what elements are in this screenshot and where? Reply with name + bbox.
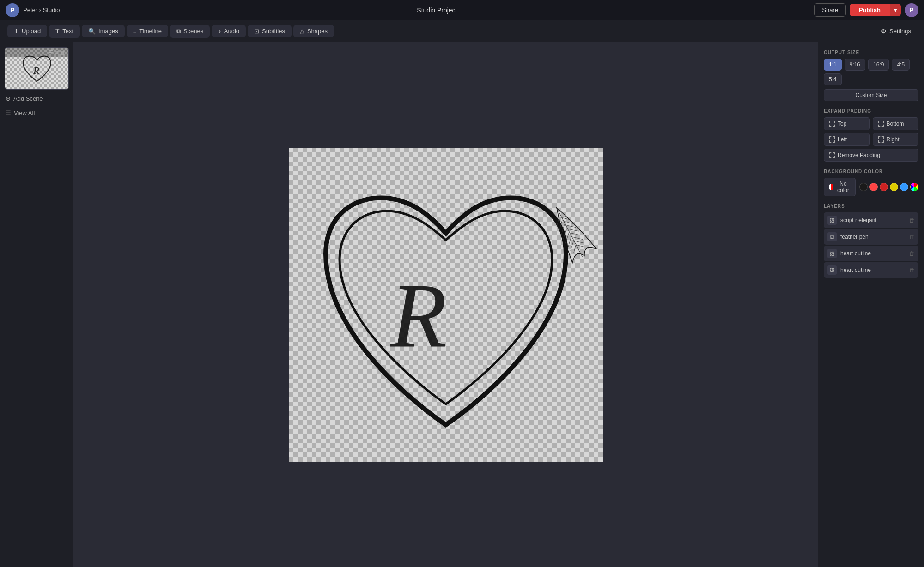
- left-padding-button[interactable]: Left: [824, 133, 870, 146]
- right-padding-button[interactable]: Right: [873, 133, 919, 146]
- images-button[interactable]: 🔍 Images: [82, 25, 125, 37]
- breadcrumb-user-link[interactable]: Peter: [23, 6, 37, 13]
- project-title: Studio Project: [66, 6, 809, 14]
- top-bar-actions: Share Publish ▾ P: [814, 3, 918, 17]
- layer-name-script-r: script r elegant: [840, 217, 906, 223]
- svg-text:R: R: [389, 264, 447, 366]
- layers-section: LAYERS 🖼 script r elegant 🗑 🖼 feather pe…: [824, 204, 918, 278]
- size-btn-9-16[interactable]: 9:16: [845, 59, 865, 71]
- layer-thumb-heart-outline-1: 🖼: [827, 249, 837, 258]
- layer-thumb-heart-outline-2: 🖼: [827, 265, 837, 275]
- layer-item-heart-outline-1[interactable]: 🖼 heart outline 🗑: [824, 246, 918, 261]
- layers-label: LAYERS: [824, 204, 918, 209]
- share-button[interactable]: Share: [814, 3, 846, 17]
- user-menu-avatar[interactable]: P: [905, 3, 918, 17]
- svg-line-17: [576, 241, 585, 250]
- toolbar: ⬆ Upload 𝐓 Text 🔍 Images ≡ Timeline ⧉ Sc…: [0, 20, 924, 42]
- svg-line-1: [555, 208, 584, 257]
- swatch-blue[interactable]: [900, 183, 908, 191]
- size-buttons-group: 1:1 9:16 16:9 4:5 5:4: [824, 59, 918, 85]
- text-button[interactable]: 𝐓 Text: [49, 25, 80, 38]
- breadcrumb-area: P Peter › Studio: [6, 3, 60, 17]
- main-area: ☰ ⧉ 🗑 R ⊕ Add Scene ☰ View All: [0, 42, 924, 567]
- layer-delete-feather-pen[interactable]: 🗑: [909, 234, 915, 240]
- scene-copy-icon[interactable]: ⧉: [55, 49, 59, 55]
- size-btn-4-5[interactable]: 4:5: [892, 59, 910, 71]
- remove-padding-button[interactable]: Remove Padding: [824, 149, 918, 162]
- no-color-button[interactable]: No color: [824, 178, 856, 196]
- layer-item-heart-outline-2[interactable]: 🖼 heart outline 🗑: [824, 262, 918, 278]
- remove-padding-icon: [829, 152, 835, 158]
- no-color-icon: [829, 184, 833, 190]
- swatch-black[interactable]: [859, 183, 868, 191]
- swatch-yellow[interactable]: [890, 183, 898, 191]
- expand-padding-label: EXPAND PADDING: [824, 109, 918, 114]
- timeline-icon: ≡: [133, 28, 137, 35]
- scene-thumbnail[interactable]: ☰ ⧉ 🗑 R: [5, 47, 69, 90]
- subtitles-button[interactable]: ⊡ Subtitles: [248, 25, 292, 37]
- audio-button[interactable]: ♪ Audio: [212, 25, 246, 37]
- swatch-dark-red[interactable]: [880, 183, 888, 191]
- left-sidebar: ☰ ⧉ 🗑 R ⊕ Add Scene ☰ View All: [0, 42, 74, 567]
- settings-icon: ⚙: [881, 28, 887, 35]
- top-bar: P Peter › Studio Studio Project Share Pu…: [0, 0, 924, 20]
- canvas-area: R: [74, 42, 818, 567]
- swatch-rainbow[interactable]: [910, 183, 918, 191]
- expand-padding-section: EXPAND PADDING Top Bottom Left Right: [824, 109, 918, 162]
- images-icon: 🔍: [88, 28, 96, 35]
- layer-name-heart-outline-2: heart outline: [840, 267, 906, 273]
- scene-thumb-header: ☰ ⧉ 🗑: [5, 48, 68, 57]
- svg-text:R: R: [33, 65, 40, 76]
- layer-item-feather-pen[interactable]: 🖼 feather pen 🗑: [824, 229, 918, 245]
- scene-delete-icon[interactable]: 🗑: [61, 50, 66, 55]
- custom-size-button[interactable]: Custom Size: [824, 89, 918, 101]
- layer-delete-heart-outline-1[interactable]: 🗑: [909, 250, 915, 257]
- right-padding-icon: [878, 136, 884, 143]
- publish-group: Publish ▾: [850, 4, 901, 16]
- settings-button[interactable]: ⚙ Settings: [875, 25, 917, 37]
- padding-grid: Top Bottom Left Right: [824, 117, 918, 146]
- color-swatches: [859, 183, 918, 191]
- background-color-section: BACKGROUND COLOR No color: [824, 169, 918, 196]
- bottom-padding-button[interactable]: Bottom: [873, 117, 919, 130]
- scene-menu-icon[interactable]: ☰: [49, 49, 53, 55]
- audio-icon: ♪: [218, 28, 221, 35]
- layer-name-feather-pen: feather pen: [840, 234, 906, 240]
- add-scene-button[interactable]: ⊕ Add Scene: [5, 93, 69, 104]
- left-padding-icon: [829, 136, 835, 143]
- size-btn-1-1[interactable]: 1:1: [824, 59, 842, 71]
- canvas-svg: R: [289, 148, 603, 462]
- swatch-red[interactable]: [869, 183, 878, 191]
- size-btn-16-9[interactable]: 16:9: [868, 59, 889, 71]
- top-padding-icon: [829, 121, 835, 127]
- layer-name-heart-outline-1: heart outline: [840, 250, 906, 257]
- layer-item-script-r[interactable]: 🖼 script r elegant 🗑: [824, 212, 918, 228]
- size-btn-5-4[interactable]: 5:4: [824, 73, 842, 85]
- breadcrumb: Peter › Studio: [23, 6, 60, 13]
- layer-delete-script-r[interactable]: 🗑: [909, 217, 915, 223]
- subtitles-icon: ⊡: [254, 28, 259, 35]
- breadcrumb-location: Studio: [43, 6, 60, 13]
- scenes-icon: ⧉: [176, 28, 181, 35]
- upload-button[interactable]: ⬆ Upload: [7, 25, 47, 37]
- output-size-section: OUTPUT SIZE 1:1 9:16 16:9 4:5 5:4 Custom…: [824, 50, 918, 101]
- right-sidebar: OUTPUT SIZE 1:1 9:16 16:9 4:5 5:4 Custom…: [818, 42, 924, 567]
- shapes-icon: △: [300, 28, 304, 35]
- publish-dropdown-button[interactable]: ▾: [890, 4, 901, 16]
- upload-icon: ⬆: [14, 28, 19, 35]
- layers-list: 🖼 script r elegant 🗑 🖼 feather pen 🗑 🖼 h…: [824, 212, 918, 278]
- user-avatar-icon: P: [6, 3, 19, 17]
- scenes-button[interactable]: ⧉ Scenes: [170, 25, 210, 38]
- canvas[interactable]: R: [289, 148, 603, 462]
- shapes-button[interactable]: △ Shapes: [293, 25, 334, 37]
- view-all-icon: ☰: [6, 109, 11, 116]
- layer-delete-heart-outline-2[interactable]: 🗑: [909, 267, 915, 273]
- view-all-button[interactable]: ☰ View All: [5, 108, 69, 118]
- timeline-button[interactable]: ≡ Timeline: [127, 25, 168, 37]
- layer-thumb-feather-pen: 🖼: [827, 232, 837, 241]
- add-scene-icon: ⊕: [6, 95, 11, 102]
- top-padding-button[interactable]: Top: [824, 117, 870, 130]
- canvas-container: R: [289, 148, 603, 462]
- bottom-padding-icon: [878, 121, 884, 127]
- publish-button[interactable]: Publish: [850, 4, 890, 16]
